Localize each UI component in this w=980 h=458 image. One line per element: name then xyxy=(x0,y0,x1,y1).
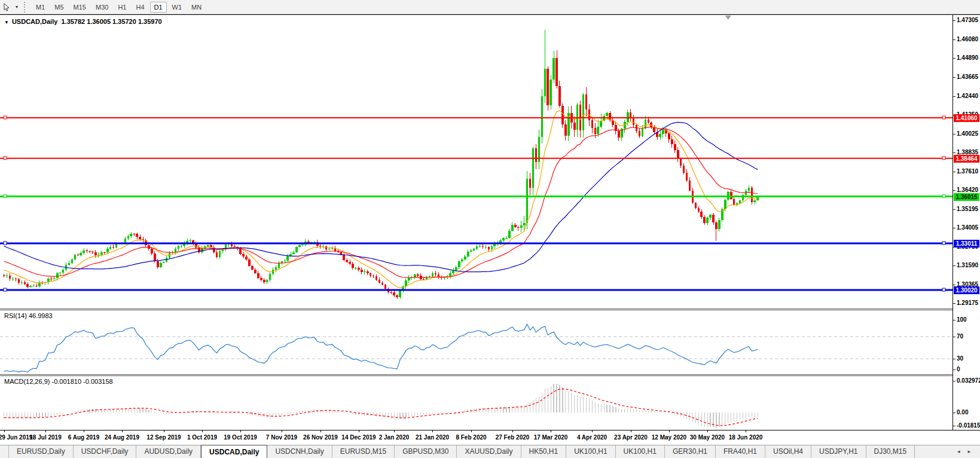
rsi-tick-label: 100 xyxy=(957,316,967,323)
hline-1.38464 xyxy=(0,157,952,160)
date-tick xyxy=(320,430,321,432)
macd-tick-label: 0.032972 xyxy=(957,377,980,384)
chart-tab-USDCHF-Daily[interactable]: USDCHF,Daily xyxy=(74,445,137,458)
chart-tab-GER30-H1[interactable]: GER30,H1 xyxy=(665,445,716,458)
timeframe-button-MN[interactable]: MN xyxy=(187,2,206,13)
macd-indicator-pane[interactable] xyxy=(0,376,953,430)
rsi-indicator-pane[interactable] xyxy=(0,310,953,374)
date-tick-label: 29 Jun 2019 xyxy=(0,434,32,441)
rsi-label: RSI(14) 46.9983 xyxy=(4,312,53,319)
chart-tab-USDCAD-Daily[interactable]: USDCAD,Daily xyxy=(201,445,267,458)
axis-tick xyxy=(953,77,955,78)
price-tick-label: 1.36420 xyxy=(957,187,978,193)
date-tick-label: 4 Apr 2020 xyxy=(577,434,607,441)
date-axis[interactable]: 29 Jun 201918 Jul 20196 Aug 201924 Aug 2… xyxy=(0,430,980,445)
date-tick xyxy=(707,430,708,432)
chart-tab-DJ30-M15[interactable]: DJ30,M15 xyxy=(866,445,915,458)
date-tick-label: 7 Nov 2019 xyxy=(266,434,297,441)
price-axis[interactable]: 1.473051.460801.448901.436651.424401.412… xyxy=(953,15,980,430)
hline-price-label: 1.33011 xyxy=(954,240,979,248)
date-tick xyxy=(631,430,631,432)
timeframe-button-W1[interactable]: W1 xyxy=(168,2,187,13)
date-tick xyxy=(359,430,359,432)
timeframe-button-M5[interactable]: M5 xyxy=(50,2,68,13)
date-tick-label: 27 Feb 2020 xyxy=(496,434,530,441)
chart-tab-UK100-H1[interactable]: UK100,H1 xyxy=(566,445,615,458)
toolbar-grip[interactable] xyxy=(24,2,26,13)
chart-tab-EURUSD-Daily[interactable]: EURUSD,Daily xyxy=(8,445,74,458)
axis-tick xyxy=(953,381,955,381)
chart-tab-FRA40-H1[interactable]: FRA40,H1 xyxy=(716,445,765,458)
tab-scroll-left-icon[interactable]: ◄ xyxy=(956,449,961,454)
tab-scroll-arrows: ◄ ► xyxy=(956,445,980,458)
timeframe-button-D1[interactable]: D1 xyxy=(150,2,167,13)
hline-handle xyxy=(942,288,945,291)
tab-scroll-right-icon[interactable]: ► xyxy=(967,449,972,454)
cursor-tool-button[interactable] xyxy=(0,1,13,13)
price-tick-label: 1.31590 xyxy=(957,262,978,268)
timeframe-button-M15[interactable]: M15 xyxy=(69,2,90,13)
axis-tick xyxy=(953,172,955,172)
macd-histogram xyxy=(4,384,758,428)
chart-tab-GBPUSD-M30[interactable]: GBPUSD,M30 xyxy=(395,445,457,458)
main-chart-pane[interactable] xyxy=(0,15,953,309)
date-tick xyxy=(45,430,46,432)
axis-tick xyxy=(953,152,955,153)
rsi-tick-label: 30 xyxy=(957,355,963,362)
axis-tick xyxy=(953,413,955,413)
timeframe-button-M30[interactable]: M30 xyxy=(91,2,112,13)
chart-ohlc-title: ▼USDCAD,Daily 1.35782 1.36005 1.35720 1.… xyxy=(4,18,162,25)
axis-tick xyxy=(953,303,955,304)
timeframe-button-H4[interactable]: H4 xyxy=(132,2,148,13)
macd-label: MACD(12,26,9) -0.001810 -0.003158 xyxy=(4,378,113,385)
axis-tick xyxy=(953,190,955,191)
chart-tab-UK100-H1[interactable]: UK100,H1 xyxy=(616,445,665,458)
chart-ohlc-values: 1.35782 1.36005 1.35720 1.35970 xyxy=(61,18,161,25)
axis-tick xyxy=(953,370,955,370)
axis-tick xyxy=(953,96,955,97)
cursor-tool-dropdown-caret[interactable]: ▼ xyxy=(13,5,20,9)
terminal-window: ▼ M1M5M15M30H1H4D1W1MN ▼USDCAD,Daily 1.3… xyxy=(0,0,980,458)
axis-tick xyxy=(953,337,955,337)
chart-tab-bar: EURUSD,DailyUSDCHF,DailyAUDUSD,DailyUSDC… xyxy=(0,445,980,458)
date-tick-label: 8 Feb 2020 xyxy=(456,434,486,441)
chart-tabs: EURUSD,DailyUSDCHF,DailyAUDUSD,DailyUSDC… xyxy=(8,445,915,458)
axis-tick xyxy=(953,209,955,210)
chart-menu-arrow-icon[interactable]: ▼ xyxy=(4,20,9,25)
chart-tab-AUDUSD-Daily[interactable]: AUDUSD,Daily xyxy=(136,445,201,458)
timeframe-button-H1[interactable]: H1 xyxy=(114,2,130,13)
date-tick xyxy=(282,430,282,432)
chart-tab-XAUUSD-Daily[interactable]: XAUUSD,Daily xyxy=(457,445,521,458)
ma-ema10-line xyxy=(4,111,758,288)
chart-tab-HK50-H1[interactable]: HK50,H1 xyxy=(521,445,567,458)
date-tick xyxy=(202,430,203,432)
chart-tab-USOil-H4[interactable]: USOil,H4 xyxy=(765,445,811,458)
date-tick xyxy=(746,430,746,432)
macd-tick-label: 0.00 xyxy=(957,409,968,416)
date-tick-label: 21 Jan 2020 xyxy=(416,434,449,441)
chart-shift-marker-icon xyxy=(725,16,731,20)
price-tick-label: 1.47305 xyxy=(957,17,978,23)
date-tick-label: 2 Jan 2020 xyxy=(379,434,410,441)
timeframe-button-M1[interactable]: M1 xyxy=(32,2,49,13)
chart-tab-EURUSD-M15[interactable]: EURUSD,M15 xyxy=(332,445,395,458)
chart-tab-USDJPY-H1[interactable]: USDJPY,H1 xyxy=(811,445,866,458)
date-tick xyxy=(471,430,472,432)
hline-price-label: 1.38464 xyxy=(954,155,979,163)
macd-tick-label: -0.018154 xyxy=(957,422,980,429)
price-tick-label: 1.37610 xyxy=(957,168,978,175)
price-tick-label: 1.42440 xyxy=(957,93,978,99)
hline-handle xyxy=(4,242,7,245)
axis-tick xyxy=(953,426,955,426)
price-tick-label: 1.46080 xyxy=(957,36,978,42)
date-tick-label: 23 Apr 2020 xyxy=(614,434,648,441)
axis-tick xyxy=(953,134,955,135)
date-tick-label: 14 Dec 2019 xyxy=(341,434,375,441)
rsi-svg xyxy=(0,310,952,374)
date-tick-label: 17 Mar 2020 xyxy=(534,434,568,441)
chart-tab-USDCNH-Daily[interactable]: USDCNH,Daily xyxy=(267,445,332,458)
toolbar: ▼ M1M5M15M30H1H4D1W1MN xyxy=(0,0,980,14)
date-tick xyxy=(164,430,164,432)
date-tick xyxy=(84,430,84,432)
ma-ema25-line xyxy=(4,127,758,278)
